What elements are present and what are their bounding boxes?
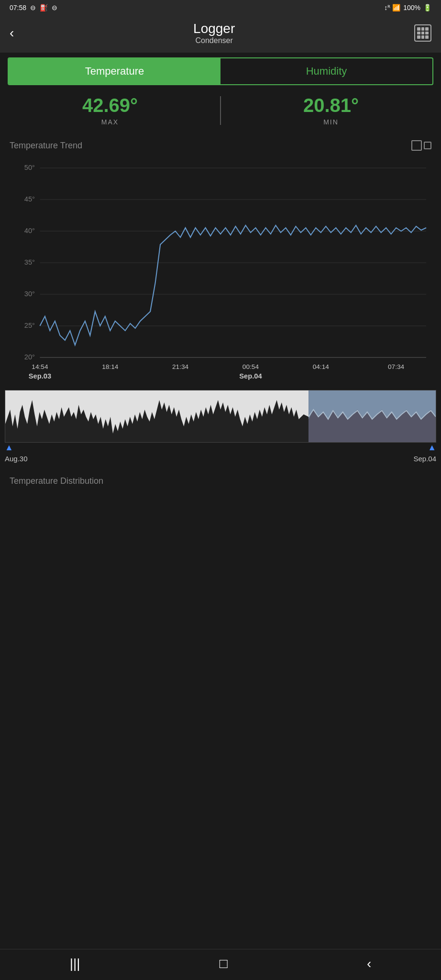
status-right: ↕ᴿ 📶 100% 🔋 — [384, 4, 431, 11]
status-icon-minus: ⊖ — [30, 4, 36, 11]
max-value: 42.69° — [0, 95, 220, 116]
svg-text:40°: 40° — [24, 227, 35, 234]
svg-text:35°: 35° — [24, 258, 35, 266]
status-bar: 07:58 ⊖ ⛽ ⊖ ↕ᴿ 📶 100% 🔋 — [0, 0, 441, 15]
stats-row: 42.69° MAX 20.81° MIN — [0, 95, 441, 126]
svg-text:20°: 20° — [24, 353, 35, 361]
app-title: Logger — [193, 21, 235, 36]
svg-text:30°: 30° — [24, 290, 35, 298]
right-range-triangle[interactable]: ▲ — [428, 443, 436, 453]
status-time: 07:58 — [10, 4, 26, 11]
svg-text:14:54: 14:54 — [32, 363, 48, 370]
grid-view-button[interactable] — [414, 24, 431, 42]
header: ‹ Logger Condenser — [0, 15, 441, 53]
nav-home-button[interactable]: □ — [220, 956, 228, 971]
expand-icon-outer — [424, 142, 431, 149]
device-subtitle: Condenser — [193, 36, 235, 45]
temperature-trend-chart[interactable]: 50° 45° 40° 35° 30° 25° 20° 14:54 18:14 … — [5, 154, 436, 383]
stat-min: 20.81° MIN — [221, 95, 441, 126]
status-signal-icon: ↕ᴿ 📶 — [384, 4, 400, 11]
svg-text:50°: 50° — [24, 164, 35, 171]
header-title: Logger Condenser — [193, 21, 235, 45]
expand-icon-inner — [411, 140, 422, 151]
svg-text:Sep.03: Sep.03 — [29, 372, 51, 380]
svg-text:00:54: 00:54 — [243, 363, 259, 370]
battery-icon: 🔋 — [423, 4, 431, 11]
stat-max: 42.69° MAX — [0, 95, 220, 126]
distribution-label: Temperature Distribution — [10, 476, 103, 486]
overview-chart[interactable] — [5, 390, 436, 443]
min-value: 20.81° — [221, 95, 441, 116]
tab-bar: Temperature Humidity — [8, 57, 433, 85]
trend-section-header: Temperature Trend — [0, 135, 441, 154]
back-button[interactable]: ‹ — [10, 25, 14, 41]
svg-text:21:34: 21:34 — [172, 363, 189, 370]
tab-temperature[interactable]: Temperature — [9, 58, 220, 84]
svg-text:Sep.04: Sep.04 — [239, 372, 262, 380]
svg-text:45°: 45° — [24, 195, 35, 203]
trend-chart-container: 50° 45° 40° 35° 30° 25° 20° 14:54 18:14 … — [5, 154, 436, 385]
max-label: MAX — [0, 118, 220, 126]
status-battery: 100% — [403, 4, 420, 11]
nav-back-button[interactable]: ‹ — [367, 956, 371, 971]
overview-dates: Aug.30 Sep.04 — [0, 453, 441, 465]
distribution-section: Temperature Distribution — [0, 465, 441, 491]
end-date: Sep.04 — [413, 455, 436, 463]
tab-humidity[interactable]: Humidity — [220, 58, 432, 84]
svg-text:25°: 25° — [24, 322, 35, 329]
left-range-triangle[interactable]: ▲ — [5, 443, 13, 453]
status-icon-fuel: ⛽ — [40, 4, 48, 11]
svg-text:07:34: 07:34 — [388, 363, 405, 370]
svg-text:18:14: 18:14 — [102, 363, 119, 370]
nav-bar: ||| □ ‹ — [0, 949, 441, 980]
expand-icon[interactable] — [411, 140, 431, 151]
nav-menu-button[interactable]: ||| — [70, 956, 80, 971]
status-left: 07:58 ⊖ ⛽ ⊖ — [10, 4, 57, 11]
status-icon-block: ⊖ — [52, 4, 57, 11]
trend-label: Temperature Trend — [10, 141, 82, 151]
range-indicators: ▲ ▲ — [0, 443, 441, 453]
min-label: MIN — [221, 118, 441, 126]
overview-svg — [5, 390, 436, 443]
svg-text:04:14: 04:14 — [313, 363, 330, 370]
start-date: Aug.30 — [5, 455, 28, 463]
